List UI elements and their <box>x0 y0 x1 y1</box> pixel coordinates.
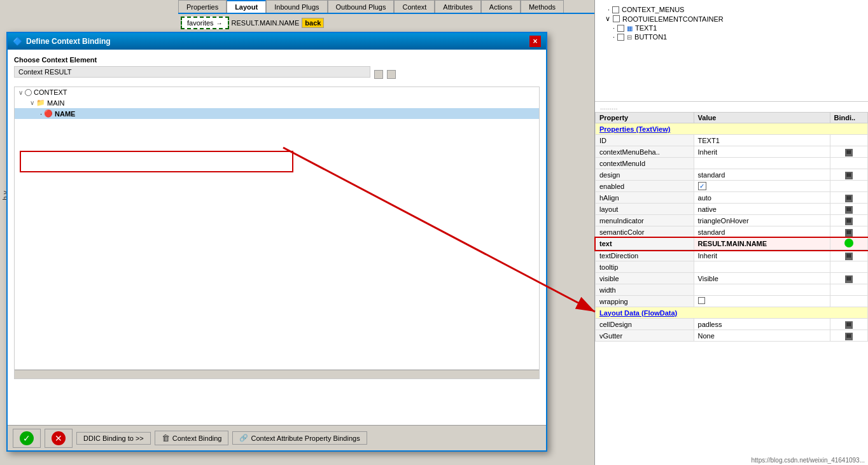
divider: ......... <box>595 102 868 112</box>
checkbox-text1[interactable] <box>617 25 624 32</box>
favorites-label: favorites <box>187 19 214 27</box>
ok-button[interactable]: ✓ <box>13 429 41 448</box>
prop-row-enabled: enabled ✓ <box>596 181 868 192</box>
prop-row-semanticcolor: semanticColor standard ▤ <box>596 226 868 238</box>
prop-text-name: text <box>596 238 694 250</box>
horizontal-scrollbar[interactable] <box>15 370 539 378</box>
prop-contextmenubeha-bind: ▤ <box>830 146 867 158</box>
prop-design-name: design <box>596 169 694 181</box>
context-display: Context RESULT <box>14 66 370 78</box>
prop-row-contextmenuid: contextMenuId <box>596 158 868 169</box>
prop-text-bind <box>830 238 867 250</box>
dialog-title-text: Define Context Binding <box>26 37 111 46</box>
prop-visible-value: Visible <box>694 273 830 284</box>
prop-row-id: ID TEXT1 <box>596 135 868 146</box>
tab-outbound-plugs[interactable]: Outbound Plugs <box>328 0 395 13</box>
favorites-button[interactable]: favorites → <box>181 17 229 29</box>
section-properties-textview: Properties (TextView) <box>596 123 868 135</box>
prop-layout-value: native <box>694 204 830 215</box>
bind-icon3: ▤ <box>845 195 853 202</box>
bullet-icon3: · <box>613 33 615 41</box>
context-attr-button[interactable]: 🔗 Context Attribute Property Bindings <box>232 431 367 445</box>
bind-icon8: ▤ <box>845 275 853 283</box>
ok-icon: ✓ <box>20 431 34 445</box>
context-attr-label: Context Attribute Property Bindings <box>251 434 360 442</box>
tree-node-main[interactable]: ∨ 📁 MAIN <box>15 97 539 108</box>
prop-row-layout: layout native ▤ <box>596 204 868 215</box>
prop-enabled-value: ✓ <box>694 181 830 192</box>
tree-node-context[interactable]: ∨ CONTEXT <box>15 87 539 97</box>
expand-context-icon: ∨ <box>18 89 23 96</box>
checkbox-context-menus[interactable] <box>612 6 619 13</box>
tab-actions[interactable]: Actions <box>481 0 521 13</box>
name-field-icon: 🔴 <box>44 109 53 118</box>
prop-halign-value: auto <box>694 192 830 204</box>
tree-item-context-menus[interactable]: · CONTEXT_MENUS <box>600 5 863 14</box>
prop-wrapping-bind <box>830 296 867 307</box>
context-radio[interactable] <box>25 89 32 96</box>
back-badge: back <box>302 18 324 28</box>
prop-visible-bind: ▤ <box>830 273 867 284</box>
resize-handle-2[interactable] <box>387 70 396 79</box>
prop-row-halign: hAlign auto ▤ <box>596 192 868 204</box>
tab-context[interactable]: Context <box>394 0 435 13</box>
prop-row-contextmenubeha: contextMenuBeha.. Inherit ▤ <box>596 146 868 158</box>
bottom-scrollbar[interactable] <box>178 456 594 465</box>
choose-context-label: Choose Context Element <box>14 56 540 64</box>
col-binding: Bindi.. <box>830 113 867 123</box>
tab-properties[interactable]: Properties <box>178 0 227 13</box>
trash-icon: 🗑 <box>162 433 170 443</box>
prop-wrapping-value <box>694 296 830 307</box>
cancel-button[interactable]: ✕ <box>45 429 73 448</box>
grid-icon: ▦ <box>627 25 633 32</box>
right-panel: · CONTEXT_MENUS ∨ ROOTUIELEMENTCONTAINER… <box>594 0 868 465</box>
bind-icon9: ▤ <box>845 321 853 329</box>
prop-tooltip-name: tooltip <box>596 261 694 273</box>
prop-contextmenuid-value <box>694 158 830 169</box>
prop-row-visible: visible Visible ▤ <box>596 273 868 284</box>
resize-handle-1[interactable] <box>374 70 383 79</box>
link-icon: 🔗 <box>239 434 248 442</box>
wrapping-checkbox[interactable] <box>698 297 705 304</box>
prop-row-vgutter: vGutter None ▤ <box>596 330 868 342</box>
enabled-checkbox[interactable]: ✓ <box>698 182 706 190</box>
tree-node-name[interactable]: · 🔴 NAME <box>15 108 539 119</box>
properties-table: Property Value Bindi.. Properties (TextV… <box>595 112 868 342</box>
context-tree-area: ∨ CONTEXT ∨ 📁 MAIN · 🔴 NAME <box>14 87 540 379</box>
prop-width-name: width <box>596 284 694 296</box>
tree-item-button1[interactable]: · ⊟ BUTTON1 <box>600 32 863 41</box>
prop-semanticcolor-value: standard <box>694 226 830 238</box>
prop-tooltip-bind <box>830 261 867 273</box>
bind-icon5: ▤ <box>845 218 853 225</box>
section-layout-flowdata: Layout Data (FlowData) <box>596 307 868 319</box>
bind-icon6: ▤ <box>845 229 853 237</box>
name-highlight-box <box>20 151 293 172</box>
prop-id-value: TEXT1 <box>694 135 830 146</box>
cancel-icon: ✕ <box>52 431 66 445</box>
prop-width-value <box>694 284 830 296</box>
tab-methods[interactable]: Methods <box>521 0 564 13</box>
prop-width-bind <box>830 284 867 296</box>
right-tree: · CONTEXT_MENUS ∨ ROOTUIELEMENTCONTAINER… <box>595 0 868 102</box>
tree-item-rootui[interactable]: ∨ ROOTUIELEMENTCONTAINER <box>600 14 863 24</box>
dialog-title-icon: 🔷 <box>13 37 22 46</box>
prop-id-bind <box>830 135 867 146</box>
tab-layout[interactable]: Layout <box>227 0 266 13</box>
prop-layout-bind: ▤ <box>830 204 867 215</box>
prop-halign-name: hAlign <box>596 192 694 204</box>
checkbox-button1[interactable] <box>617 34 624 41</box>
context-binding-button[interactable]: 🗑 Context Binding <box>155 431 229 445</box>
ddic-binding-button[interactable]: DDIC Binding to >> <box>76 432 151 445</box>
tree-item-text1[interactable]: · ▦ TEXT1 <box>600 24 863 32</box>
tab-inbound-plugs[interactable]: Inbound Plugs <box>266 0 327 13</box>
col-property: Property <box>596 113 694 123</box>
prop-textdirection-value: Inherit <box>694 250 830 261</box>
define-context-binding-dialog: 🔷 Define Context Binding × Choose Contex… <box>6 32 547 452</box>
dialog-close-button[interactable]: × <box>529 36 541 47</box>
prop-row-menuindicator: menuIndicator triangleOnHover ▤ <box>596 215 868 226</box>
prop-halign-bind: ▤ <box>830 192 867 204</box>
button1-label: BUTTON1 <box>634 33 667 41</box>
tab-attributes[interactable]: Attributes <box>435 0 480 13</box>
prop-row-tooltip: tooltip <box>596 261 868 273</box>
checkbox-rootui[interactable] <box>613 15 620 22</box>
